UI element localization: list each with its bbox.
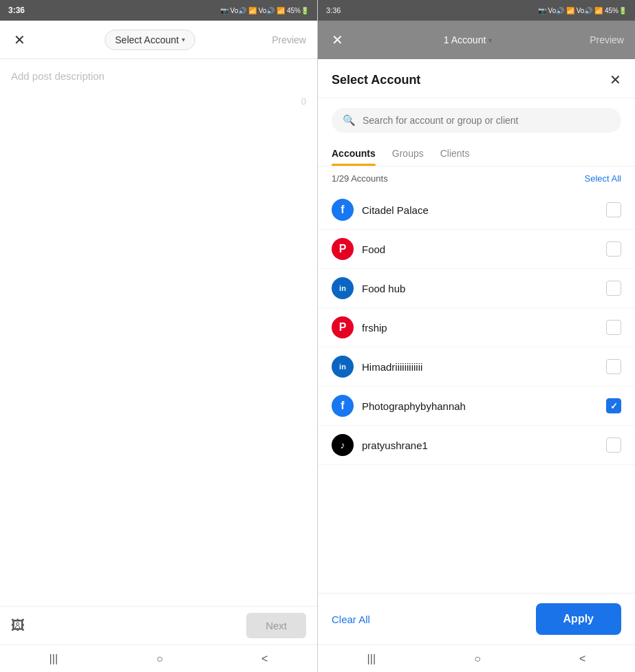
account-item[interactable]: in Himadriiiiiiiiiiii — [318, 347, 635, 387]
post-description-area[interactable]: Add post description — [0, 59, 317, 606]
left-android-nav: ||| ○ < — [0, 644, 317, 672]
account-checkbox[interactable] — [606, 320, 621, 335]
android-home-icon[interactable]: ○ — [156, 653, 163, 665]
account-item[interactable]: ♪ pratyushrane1 — [318, 426, 635, 465]
account-count-label: 1/29 Accounts — [332, 173, 388, 184]
left-chevron-icon: ▾ — [182, 36, 185, 43]
account-platform-icon: in — [332, 277, 354, 299]
account-platform-icon: f — [332, 199, 354, 221]
account-checkbox[interactable] — [606, 241, 621, 257]
select-account-modal: Select Account ✕ 🔍 Accounts Groups Clien… — [318, 59, 635, 644]
account-checkbox[interactable] — [606, 437, 621, 453]
left-preview-button[interactable]: Preview — [272, 34, 306, 45]
right-status-icons: 📷 Vo🔊 📶 Vo🔊 📶 45%🔋 — [538, 7, 627, 14]
modal-title: Select Account — [332, 73, 420, 87]
account-item[interactable]: P Food — [318, 230, 635, 269]
left-panel: 3:36 📷 Vo🔊 📶 Vo🔊 📶 45%🔋 ✕ Select Account… — [0, 0, 318, 672]
account-checkbox[interactable] — [606, 202, 621, 217]
android-menu-icon[interactable]: ||| — [50, 653, 58, 665]
modal-footer: Clear All Apply — [318, 593, 635, 644]
android-back-icon-right[interactable]: < — [579, 653, 585, 665]
account-item[interactable]: in Food hub — [318, 269, 635, 308]
account-list: f Citadel Palace P Food in Food hub P fr… — [318, 191, 635, 593]
left-status-icons: 📷 Vo🔊 📶 Vo🔊 📶 45%🔋 — [220, 7, 309, 14]
account-checkbox[interactable] — [606, 359, 621, 374]
tabs-row: Accounts Groups Clients — [318, 142, 635, 166]
account-item[interactable]: f Citadel Palace — [318, 191, 635, 230]
right-top-nav: ✕ 1 Account ▾ Preview — [318, 21, 635, 59]
right-account-selector[interactable]: 1 Account ▾ — [434, 30, 502, 50]
android-home-icon-right[interactable]: ○ — [474, 653, 481, 665]
right-chevron-icon: ▾ — [488, 36, 492, 44]
account-name: frship — [362, 322, 606, 334]
char-counter: 0 — [301, 96, 306, 107]
right-panel: 3:36 📷 Vo🔊 📶 Vo🔊 📶 45%🔋 ✕ 1 Account ▾ Pr… — [318, 0, 635, 672]
right-close-button[interactable]: ✕ — [329, 29, 346, 51]
account-name: Himadriiiiiiiiiiii — [362, 361, 606, 373]
account-platform-icon: f — [332, 395, 354, 417]
android-menu-icon-right[interactable]: ||| — [367, 653, 376, 665]
account-platform-icon: P — [332, 238, 354, 260]
right-signal-icons: 📷 Vo🔊 📶 Vo🔊 📶 45%🔋 — [538, 7, 627, 14]
account-name: pratyushrane1 — [362, 440, 606, 451]
right-preview-button[interactable]: Preview — [590, 34, 624, 45]
android-back-icon[interactable]: < — [261, 653, 268, 665]
search-icon: 🔍 — [343, 114, 356, 127]
left-account-selector-label: Select Account — [115, 34, 179, 45]
right-android-nav: ||| ○ < — [318, 644, 635, 672]
select-all-button[interactable]: Select All — [585, 173, 621, 184]
account-name: Food — [362, 243, 606, 255]
next-button[interactable]: Next — [246, 613, 306, 638]
left-top-nav: ✕ Select Account ▾ Preview — [0, 21, 317, 59]
modal-close-button[interactable]: ✕ — [610, 72, 621, 88]
account-platform-icon: P — [332, 316, 354, 338]
right-time: 3:36 — [326, 6, 341, 14]
account-platform-icon: ♪ — [332, 434, 354, 456]
account-item[interactable]: P frship — [318, 308, 635, 347]
account-name: Photographybyhannah — [362, 400, 606, 412]
search-bar[interactable]: 🔍 — [332, 108, 621, 133]
left-bottom-bar: 🖼 Next — [0, 606, 317, 644]
post-placeholder: Add post description — [11, 70, 105, 82]
media-upload-icon[interactable]: 🖼 — [11, 618, 25, 633]
right-status-bar: 3:36 📷 Vo🔊 📶 Vo🔊 📶 45%🔋 — [318, 0, 635, 21]
search-input[interactable] — [363, 115, 610, 126]
tab-accounts[interactable]: Accounts — [332, 142, 376, 166]
left-account-selector[interactable]: Select Account ▾ — [105, 30, 195, 50]
tab-groups[interactable]: Groups — [392, 142, 424, 166]
left-signal-icons: 📷 Vo🔊 📶 Vo🔊 📶 45%🔋 — [220, 7, 309, 14]
account-checkbox[interactable] — [606, 398, 621, 413]
left-status-bar: 3:36 📷 Vo🔊 📶 Vo🔊 📶 45%🔋 — [0, 0, 317, 21]
account-count-row: 1/29 Accounts Select All — [318, 166, 635, 191]
account-name: Citadel Palace — [362, 204, 606, 216]
clear-all-button[interactable]: Clear All — [332, 614, 370, 625]
right-account-selector-label: 1 Account — [444, 34, 486, 45]
account-checkbox[interactable] — [606, 281, 621, 296]
account-platform-icon: in — [332, 356, 354, 378]
left-close-button[interactable]: ✕ — [11, 29, 28, 51]
account-item[interactable]: f Photographybyhannah — [318, 387, 635, 426]
account-name: Food hub — [362, 283, 606, 294]
modal-header: Select Account ✕ — [318, 59, 635, 98]
apply-button[interactable]: Apply — [536, 603, 621, 635]
left-time: 3:36 — [8, 6, 25, 15]
tab-clients[interactable]: Clients — [440, 142, 470, 166]
